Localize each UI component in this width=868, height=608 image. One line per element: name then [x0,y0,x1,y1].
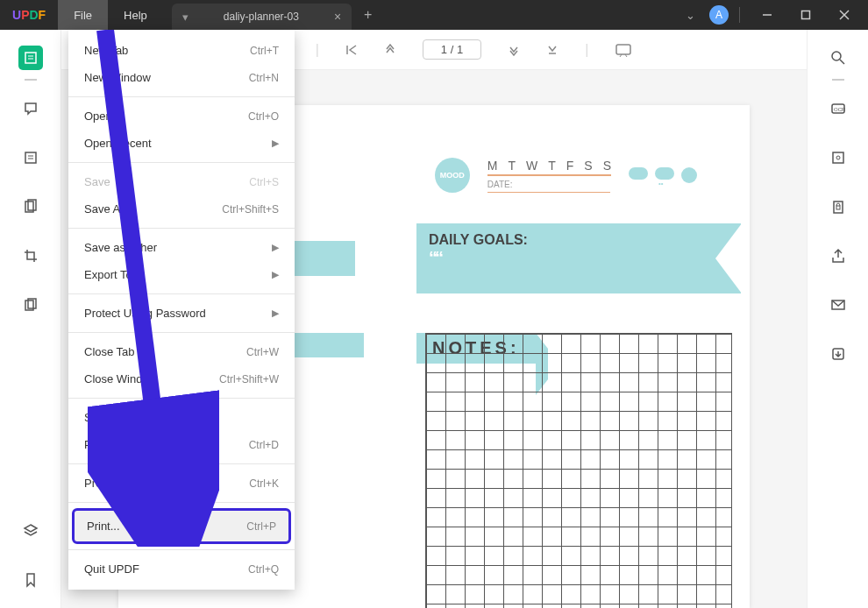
menu-separator [68,162,295,163]
menu-separator [68,332,295,333]
document-tab[interactable]: ▾ daliy-planner-03 × [172,4,352,30]
goals-banner: DAILY GOALS: ““ [416,223,741,293]
menu-open-recent[interactable]: Open Recent▶ [68,130,295,157]
protect-icon[interactable] [826,194,850,219]
menu-new-window[interactable]: New WindowCtrl+N [68,64,295,91]
svg-rect-7 [25,152,36,163]
svg-rect-4 [25,53,36,63]
file-menu-dropdown: New TabCtrl+T New WindowCtrl+N Open...Ct… [68,30,295,590]
last-page-icon[interactable] [546,44,559,56]
right-toolbar: OCR [807,30,868,608]
menu-save-as[interactable]: Save As...Ctrl+Shift+S [68,195,295,223]
prev-page-icon[interactable] [384,44,396,56]
submenu-arrow-icon: ▶ [272,138,279,149]
menu-export[interactable]: Export To▶ [68,261,295,288]
reader-tool-icon[interactable] [18,46,43,70]
close-window-button[interactable] [828,2,861,28]
svg-line-23 [840,60,844,64]
menu-save-other[interactable]: Save as Other▶ [68,234,295,261]
menu-separator [68,549,295,550]
edit-tool-icon[interactable] [18,145,43,170]
maximize-button[interactable] [789,2,822,28]
menu-protect[interactable]: Protect Using Password▶ [68,300,295,327]
svg-point-22 [832,52,841,60]
menu-show-in-folder[interactable]: Show in Folder [68,404,295,431]
menu-preferences[interactable]: Preferences...Ctrl+K [68,470,295,497]
page-tool-icon[interactable] [18,293,43,317]
menu-separator [68,228,295,229]
page-indicator[interactable]: 1 / 1 [423,39,481,60]
menu-file[interactable]: File [58,0,108,30]
menu-separator [68,502,295,503]
chevron-down-icon[interactable]: ⌄ [677,4,704,27]
menu-close-window[interactable]: Close WindowCtrl+Shift+W [68,365,295,392]
goals-title: DAILY GOALS: [429,232,729,248]
organize-tool-icon[interactable] [18,194,43,219]
menu-separator [68,398,295,399]
menu-separator [68,293,295,294]
menu-separator [68,463,295,464]
menu-save: SaveCtrl+S [68,168,295,195]
bookmark-icon[interactable] [18,568,43,592]
menu-quit[interactable]: Quit UPDFCtrl+Q [68,555,295,583]
menu-print[interactable]: Print...Ctrl+P [72,508,291,544]
next-page-icon[interactable] [508,44,520,56]
tab-title: daliy-planner-03 [224,11,299,23]
email-icon[interactable] [826,293,850,317]
rail-divider [25,79,37,81]
svg-rect-26 [833,152,843,163]
mood-badge: MOOD [435,158,470,193]
svg-rect-29 [836,206,840,209]
crop-tool-icon[interactable] [18,244,43,268]
submenu-arrow-icon: ▶ [272,308,279,319]
tab-area: ▾ daliy-planner-03 × + [172,0,677,30]
date-label: DATE: [487,180,610,193]
search-icon[interactable] [826,46,850,70]
close-tab-icon[interactable]: × [334,10,341,24]
svg-rect-1 [802,11,810,19]
left-toolbar [0,30,61,608]
submenu-arrow-icon: ▶ [272,269,279,280]
cloud-rain-icon: •• [655,167,674,180]
divider: | [316,42,319,58]
comment-tool-icon[interactable] [18,96,43,121]
presentation-icon[interactable] [615,43,632,57]
quote-icon: ““ [429,248,729,268]
minimize-button[interactable] [751,2,784,28]
add-tab-icon[interactable]: + [364,7,372,23]
menu-new-tab[interactable]: New TabCtrl+T [68,37,295,64]
first-page-icon[interactable] [345,44,358,56]
tab-pin-icon: ▾ [182,11,189,24]
export-icon[interactable] [826,342,850,366]
compress-icon[interactable] [826,145,850,170]
menu-close-tab[interactable]: Close TabCtrl+W [68,338,295,365]
cloud-icon [629,167,648,180]
divider: | [585,42,588,58]
menu-help[interactable]: Help [108,0,163,30]
titlebar-right: ⌄ A [677,2,868,28]
rail-divider [832,79,844,81]
menu-open[interactable]: Open...Ctrl+O [68,103,295,130]
weather-icons: •• [629,167,697,183]
title-bar: UPDF File Help ▾ daliy-planner-03 × + ⌄ … [0,0,868,30]
ocr-icon[interactable]: OCR [826,96,850,121]
user-avatar[interactable]: A [709,5,729,25]
divider [739,7,740,23]
submenu-arrow-icon: ▶ [272,242,279,253]
svg-rect-19 [616,45,630,54]
notes-grid [425,333,732,608]
menu-separator [68,96,295,97]
weekday-row: MTWTFSS [487,159,611,176]
svg-point-27 [836,156,840,159]
layers-icon[interactable] [18,519,43,543]
menu-properties[interactable]: Properties...Ctrl+D [68,431,295,458]
svg-text:OCR: OCR [834,107,846,112]
app-logo: UPDF [0,8,58,22]
share-icon[interactable] [826,244,850,268]
sun-icon [681,167,697,183]
